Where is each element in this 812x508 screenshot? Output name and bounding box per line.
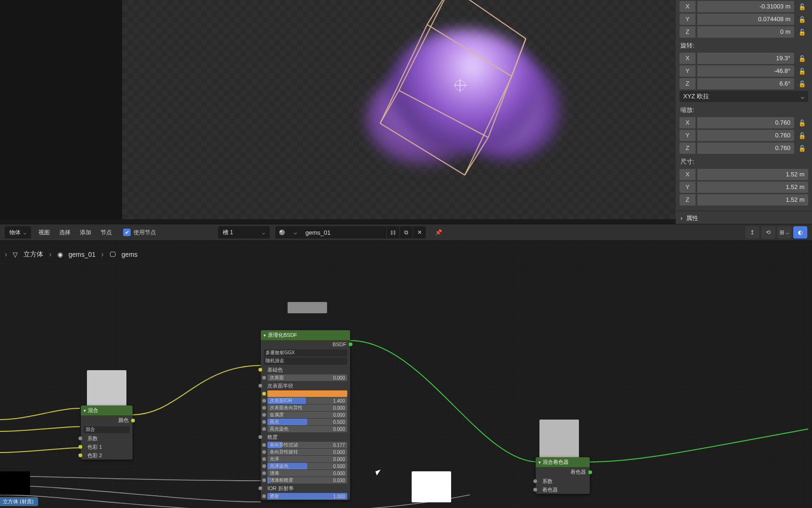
svg-point-17 [279,230,285,235]
bsdf-subsurface-color-swatch[interactable] [267,390,347,397]
snap-icon[interactable]: ⟲ [761,226,775,238]
location-y-row[interactable]: Y 0.074408 m 🔓 [679,13,808,25]
lock-icon[interactable]: 🔓 [796,14,808,25]
bsdf-input-base[interactable]: 基础色 [261,365,350,374]
material-name-input[interactable] [302,226,386,238]
breadcrumb-nodetree[interactable]: gems [122,251,138,258]
texture-thumbnail[interactable] [87,370,126,410]
svg-line-5 [380,24,427,123]
bsdf-slider-sheen[interactable]: 光泽0.000 [267,456,347,462]
rotation-z-row[interactable]: Z 6.6° 🔓 [679,78,808,90]
bsdf-slider-sheen_tint[interactable]: 光泽染色0.500 [267,463,347,469]
menu-select[interactable]: 选择 [57,229,72,237]
parent-node-tree-icon[interactable]: ↥ [745,226,759,238]
rotation-heading: 旋转: [676,39,812,52]
loc-x-value[interactable]: -0.31003 m [697,1,794,12]
chevron-down-icon: ⌵ [23,230,26,235]
input-socket[interactable]: 系数 [536,477,590,485]
bsdf-slider-aniso_rot[interactable]: 各向异性旋转0.000 [267,449,347,455]
scale-x-row[interactable]: X 0.760 🔓 [679,117,808,129]
bsdf-slider-aniso[interactable]: 各向异性过滤0.177 [267,442,347,448]
lock-icon[interactable]: 🔓 [796,130,808,141]
bsdf-input-sss_rad[interactable]: 次表面半径 [261,381,350,390]
input-socket[interactable]: 色彩 1 [81,443,133,451]
bsdf-slider-cc_rough[interactable]: 清漆粗糙度0.030 [267,477,347,484]
node-wrangler-icon[interactable]: ⫿⫿ [386,226,399,238]
location-z-row[interactable]: Z 0 m 🔓 [679,26,808,38]
bsdf-slider-metallic[interactable]: 金属度0.000 [267,412,347,418]
unlink-material-icon[interactable]: ✕ [413,226,426,238]
mix-shader-node[interactable]: ▾混合着色器 着色器 系数 着色器 [536,457,590,494]
dim-z-row[interactable]: Z 1.52 m [679,194,808,206]
mix-rgb-node[interactable]: ▾混合 颜色 混合 系数 色彩 1 色彩 2 [81,405,133,460]
snap-options-icon[interactable]: ⊞ ⌵ [777,226,791,238]
bsdf-slider-clearcoat[interactable]: 清漆0.000 [267,470,347,476]
breadcrumb-object[interactable]: 立方体 [23,250,43,259]
lock-icon[interactable]: 🔓 [796,117,808,128]
collapse-icon[interactable]: ▾ [539,460,541,465]
transform-panel: X -0.31003 m 🔓 Y 0.074408 m 🔓 Z 0 m 🔓 旋转… [676,0,812,219]
lock-icon[interactable]: 🔓 [796,26,808,38]
principled-bsdf-node[interactable]: ▾原理化BSDF BSDF 多重散射GGX 随机游走 基础色次表面0.000次表… [261,330,350,500]
browse-material-icon[interactable]: ⌵ [289,226,302,238]
lock-icon[interactable]: 🔓 [796,65,808,77]
lock-icon[interactable]: 🔓 [796,143,808,154]
texture-thumbnail[interactable] [288,302,327,313]
dim-x-row[interactable]: X 1.52 m [679,168,808,181]
scale-y-row[interactable]: Y 0.760 🔓 [679,129,808,142]
menu-add[interactable]: 添加 [78,229,93,237]
svg-line-8 [380,90,399,123]
texture-thumbnail[interactable] [539,420,579,459]
output-socket-shader[interactable]: 着色器 [536,467,590,477]
overlay-toggle-icon[interactable]: ◐ [793,226,807,238]
nodetree-icon: 🖵 [109,251,116,258]
rotation-x-row[interactable]: X 19.3° 🔓 [679,52,808,64]
bsdf-slider-sss_ior[interactable]: 次表面IOR1.400 [267,397,347,404]
material-slot-select[interactable]: 槽 1⌵ [218,226,270,238]
duplicate-material-icon[interactable]: ⧉ [399,226,413,238]
collapse-icon[interactable]: ▾ [264,333,266,338]
texture-thumbnail[interactable] [412,471,451,502]
menu-view[interactable]: 视图 [37,229,52,237]
bsdf-slider-sss[interactable]: 次表面0.000 [267,374,347,381]
lock-icon[interactable]: 🔓 [796,53,808,64]
location-x-row[interactable]: X -0.31003 m 🔓 [679,0,808,13]
bsdf-slider-sss_aniso[interactable]: 次表面各向异性0.000 [267,405,347,411]
input-socket[interactable]: 着色器 [536,485,590,494]
chevron-right-icon: › [680,214,682,222]
rotation-y-row[interactable]: Y -46.8° 🔓 [679,65,808,77]
pin-icon[interactable]: 📌 [431,229,445,236]
collapse-icon[interactable]: ▾ [84,408,86,413]
dim-y-row[interactable]: Y 1.52 m [679,181,808,193]
mouse-cursor-icon [376,470,383,480]
output-socket-color[interactable]: 颜色 [81,415,133,425]
editor-mode-select[interactable]: 物体⌵ [5,226,31,238]
menu-node[interactable]: 节点 [99,229,114,237]
output-socket-bsdf[interactable]: BSDF [261,340,350,349]
lock-icon[interactable]: 🔓 [796,1,808,12]
bsdf-input-ior[interactable]: IOR 折射率 [261,484,350,492]
wireframe-cube [371,0,559,180]
rotation-mode-select[interactable]: XYZ 欧拉⌵ [679,91,808,102]
checkbox-checked-icon[interactable]: ✔ [123,229,131,236]
active-object-indicator[interactable]: 立方体 (材质) [0,497,38,506]
node-editor-canvas[interactable]: ▾混合 颜色 混合 系数 色彩 1 色彩 2 ▾原理化BSDF BSDF 多重散… [0,241,812,508]
custom-properties-toggle[interactable]: › 属性 [676,211,812,225]
input-socket[interactable]: 色彩 2 [81,451,133,460]
lock-icon[interactable]: 🔓 [796,78,808,89]
bsdf-slider-transmission[interactable]: 透射1.000 [267,493,347,500]
bsdf-slider-specular[interactable]: 高光0.500 [267,419,347,425]
bsdf-input-rough[interactable]: 糙度 [261,433,350,441]
color-ramp-node[interactable] [0,471,30,495]
distribution-select[interactable]: 多重散射GGX [264,349,347,357]
use-nodes-toggle[interactable]: ✔ 使用节点 [123,229,156,237]
node-breadcrumb: › ▽ 立方体 › ◉ gems_01 › 🖵 gems [5,246,138,262]
breadcrumb-material[interactable]: gems_01 [69,251,96,258]
sss-method-select[interactable]: 随机游走 [264,357,347,365]
bsdf-slider-spec_tint[interactable]: 高光染色0.000 [267,426,347,432]
scale-z-row[interactable]: Z 0.760 🔓 [679,142,808,154]
material-sphere-icon[interactable] [275,226,289,238]
node-editor-header: 物体⌵ 视图 选择 添加 节点 ✔ 使用节点 槽 1⌵ ⌵ ⫿⫿ ⧉ ✕ 📌 ↥… [0,224,812,241]
input-socket[interactable]: 系数 [81,434,133,443]
blend-mode-select[interactable]: 混合 [84,426,130,433]
